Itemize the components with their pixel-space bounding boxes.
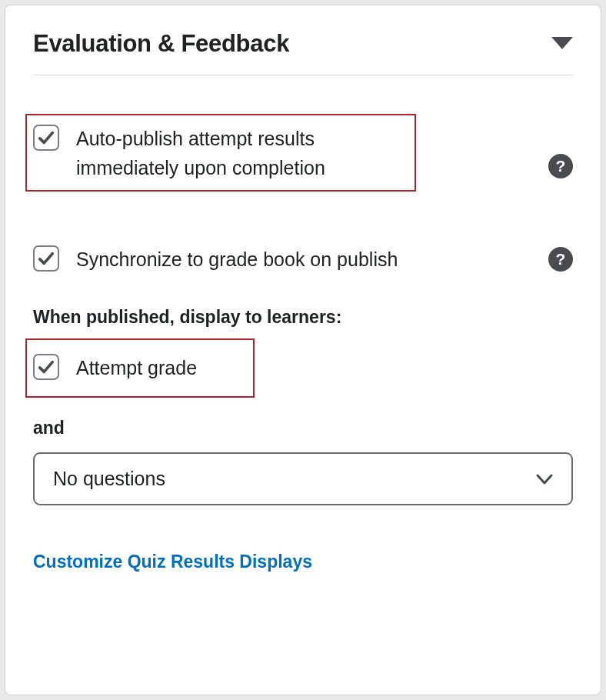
svg-marker-0 bbox=[551, 37, 573, 49]
panel-title: Evaluation & Feedback bbox=[33, 30, 289, 58]
help-icon-sync-gradebook[interactable]: ? bbox=[548, 247, 573, 272]
auto-publish-label: Auto-publish attempt results immediately… bbox=[76, 123, 384, 182]
help-icon-auto-publish[interactable]: ? bbox=[548, 154, 573, 178]
evaluation-feedback-panel: Evaluation & Feedback Auto-publish attem… bbox=[5, 5, 601, 695]
option-attempt-grade: Attempt grade bbox=[33, 352, 245, 383]
sync-gradebook-checkbox[interactable] bbox=[33, 245, 59, 272]
attempt-grade-label: Attempt grade bbox=[76, 352, 197, 383]
highlight-auto-publish: Auto-publish attempt results immediately… bbox=[25, 114, 416, 192]
auto-publish-checkbox[interactable] bbox=[33, 125, 59, 151]
questions-dropdown[interactable]: No questions bbox=[33, 452, 573, 505]
dropdown-selected-value: No questions bbox=[53, 468, 165, 490]
option-sync-gradebook: Synchronize to grade book on publish ? bbox=[33, 244, 573, 275]
and-label: and bbox=[33, 418, 573, 438]
sync-gradebook-label: Synchronize to grade book on publish bbox=[76, 244, 398, 275]
panel-header[interactable]: Evaluation & Feedback bbox=[33, 30, 573, 75]
collapse-icon[interactable] bbox=[551, 37, 573, 51]
highlight-attempt-grade: Attempt grade bbox=[25, 338, 255, 398]
display-to-learners-heading: When published, display to learners: bbox=[33, 307, 573, 328]
customize-quiz-results-link[interactable]: Customize Quiz Results Displays bbox=[33, 552, 312, 572]
chevron-down-icon bbox=[536, 474, 553, 485]
attempt-grade-checkbox[interactable] bbox=[33, 354, 59, 380]
option-auto-publish: Auto-publish attempt results immediately… bbox=[33, 123, 408, 182]
